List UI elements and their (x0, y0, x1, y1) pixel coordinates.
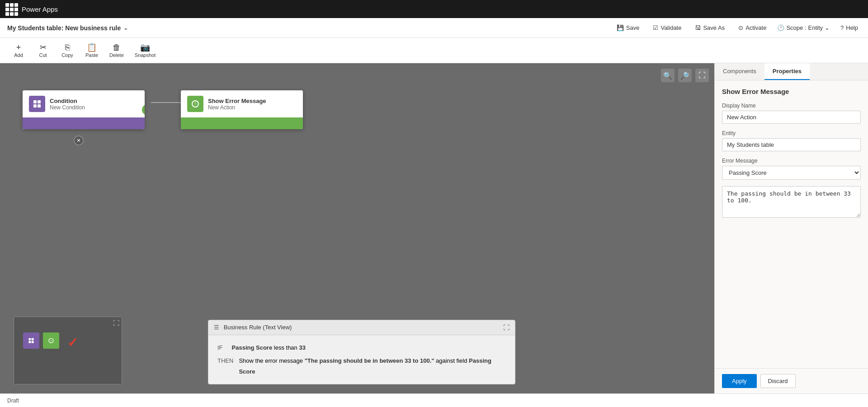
scope-selector[interactable]: 🕐 Scope : Entity ⌄ (777, 24, 830, 31)
delete-icon: 🗑 (113, 43, 121, 51)
fit-view-button[interactable]: ⛶ (695, 69, 709, 82)
biz-rule-expand-icon[interactable]: ⛶ (503, 324, 509, 331)
error-message-label: Error Message (722, 158, 861, 164)
biz-condition-field: Passing Score (232, 344, 273, 351)
biz-rule-panel: ☰ Business Rule (Text View) ⛶ IF Passing… (208, 320, 515, 384)
svg-text:!: ! (195, 102, 196, 107)
discard-button[interactable]: Discard (760, 374, 796, 388)
condition-node-footer (23, 117, 145, 129)
zoom-in-button[interactable]: 🔎 (678, 69, 692, 82)
zoom-out-button[interactable]: 🔍 (661, 69, 675, 82)
svg-text:!: ! (51, 339, 52, 342)
tab-properties[interactable]: Properties (764, 63, 810, 80)
svg-rect-3 (38, 104, 41, 108)
mini-expand-icon[interactable]: ⛶ (113, 319, 119, 327)
scope-icon: 🕐 (777, 24, 784, 31)
action-node-footer (181, 117, 303, 129)
status-bar: Draft (0, 393, 868, 407)
biz-if-label: IF (217, 342, 223, 353)
display-name-input[interactable] (722, 111, 861, 124)
svg-rect-9 (32, 341, 34, 343)
mini-checkmark-icon: ✓ (67, 335, 78, 350)
toolbar: + Add ✂ Cut ⎘ Copy 📋 Paste 🗑 Delete 📷 Sn… (0, 38, 868, 63)
waffle-icon[interactable] (5, 3, 17, 15)
svg-rect-0 (33, 100, 37, 103)
snapshot-icon: 📷 (140, 43, 150, 51)
scope-value: Entity (808, 24, 823, 31)
action-node-icon: ! (187, 96, 203, 112)
panel-content: Show Error Message Display Name Entity E… (715, 80, 868, 368)
page-title: My Students table: New business rule (7, 24, 121, 32)
biz-action-prefix: Show the error message (239, 357, 304, 364)
validate-icon: ☑ (653, 24, 658, 31)
condition-check-icon: ✓ (142, 104, 145, 115)
svg-rect-8 (28, 341, 31, 343)
panel-buttons: Apply Discard (715, 368, 868, 393)
cut-button[interactable]: ✂ Cut (32, 42, 54, 60)
mini-action-icon: ! (43, 332, 59, 349)
entity-input[interactable] (722, 138, 861, 151)
save-button[interactable]: 💾 Save (614, 23, 642, 33)
delete-node-button[interactable]: ✕ (74, 136, 84, 145)
connector-line (151, 102, 183, 103)
add-icon: + (16, 43, 21, 51)
help-icon: ? (840, 24, 844, 31)
title-bar: My Students table: New business rule ⌄ 💾… (0, 18, 868, 38)
biz-action-message: "The passing should be in between 33 to … (305, 357, 434, 364)
status-text: Draft (7, 398, 19, 404)
biz-rule-title: Business Rule (Text View) (224, 324, 292, 331)
biz-rule-icon: ☰ (214, 324, 219, 331)
title-dropdown-arrow[interactable]: ⌄ (123, 25, 128, 31)
condition-node-title: Condition (50, 98, 85, 104)
save-icon: 💾 (617, 24, 624, 31)
zoom-in-icon: 🔎 (680, 71, 689, 80)
condition-node[interactable]: Condition New Condition ✓ (23, 90, 145, 129)
paste-button[interactable]: 📋 Paste (80, 42, 103, 60)
fit-view-icon: ⛶ (698, 71, 706, 80)
delete-button[interactable]: 🗑 Delete (105, 42, 128, 60)
condition-node-icon (29, 96, 45, 112)
error-message-textarea[interactable]: The passing should be in between 33 to 1… (722, 186, 861, 218)
action-node[interactable]: ! Show Error Message New Action (181, 90, 303, 129)
action-node-subtitle: New Action (208, 104, 266, 111)
copy-button[interactable]: ⎘ Copy (56, 42, 79, 60)
biz-condition-op-text: less than (274, 344, 297, 351)
top-bar: Power Apps (0, 0, 868, 18)
save-as-button[interactable]: 🖫 Save As (692, 23, 727, 33)
action-node-title: Show Error Message (208, 98, 266, 104)
activate-icon: ⊙ (738, 24, 743, 31)
canvas-controls: 🔍 🔎 ⛶ (661, 69, 709, 82)
canvas[interactable]: 🔍 🔎 ⛶ Conditi (0, 63, 714, 393)
mini-preview: ⛶ ! ✓ (14, 317, 122, 384)
apply-button[interactable]: Apply (722, 374, 757, 388)
error-message-select[interactable]: Passing Score (722, 166, 861, 180)
add-button[interactable]: + Add (7, 42, 30, 60)
condition-node-subtitle: New Condition (50, 104, 85, 111)
display-name-label: Display Name (722, 103, 861, 109)
right-panel: Components Properties Show Error Message… (714, 63, 868, 393)
mini-condition-icon (23, 332, 39, 349)
svg-rect-7 (32, 338, 34, 340)
main-area: 🔍 🔎 ⛶ Conditi (0, 63, 868, 393)
svg-rect-6 (28, 338, 31, 340)
validate-button[interactable]: ☑ Validate (650, 23, 684, 33)
copy-icon: ⎘ (65, 43, 70, 51)
svg-rect-2 (33, 104, 37, 108)
paste-icon: 📋 (87, 43, 97, 51)
biz-then-label: THEN (217, 356, 233, 377)
zoom-out-icon: 🔍 (663, 71, 672, 80)
snapshot-button[interactable]: 📷 Snapshot (130, 42, 160, 60)
svg-rect-1 (38, 100, 41, 103)
activate-button[interactable]: ⊙ Activate (736, 23, 769, 33)
panel-section-title: Show Error Message (722, 88, 861, 95)
tab-components[interactable]: Components (715, 63, 764, 80)
cut-icon: ✂ (40, 43, 47, 51)
save-as-icon: 🖫 (695, 24, 701, 31)
app-title: Power Apps (22, 5, 58, 13)
panel-tabs: Components Properties (715, 63, 868, 80)
help-button[interactable]: ? Help (838, 23, 861, 33)
biz-action-suffix: against field (434, 357, 469, 364)
scope-chevron-icon: ⌄ (825, 24, 830, 31)
entity-label: Entity (722, 130, 861, 136)
biz-condition-value: 33 (299, 344, 305, 351)
